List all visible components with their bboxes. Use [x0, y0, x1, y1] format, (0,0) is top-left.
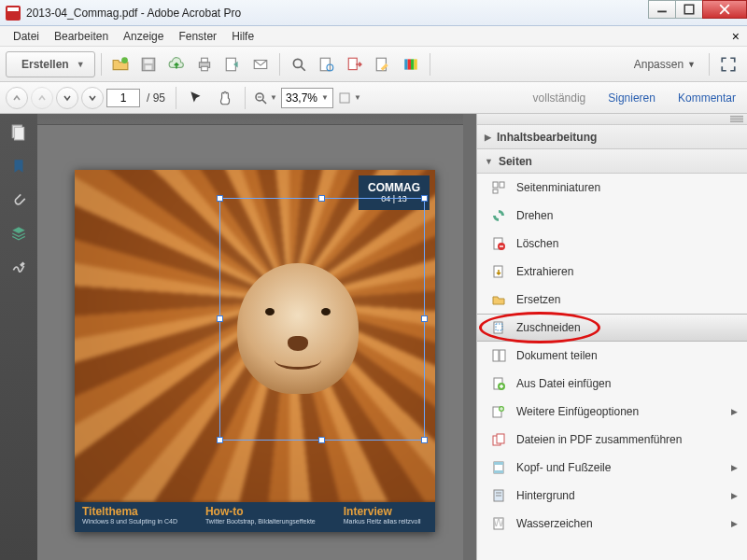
tool-label: Dateien in PDF zusammenführen	[516, 433, 682, 446]
export-button[interactable]	[342, 51, 368, 77]
minimize-button[interactable]	[648, 0, 676, 19]
menu-anzeige[interactable]: Anzeige	[116, 28, 171, 45]
zoom-value: 33,7%	[286, 91, 317, 105]
tool-icon	[490, 207, 507, 224]
pdf-icon	[6, 6, 21, 21]
window-title: 2013-04_Commag.pdf - Adobe Acrobat Pro	[26, 7, 649, 20]
pdf-page[interactable]: COMMAG 04 | 13 TitelthemaWindows 8 und S…	[75, 170, 435, 532]
svg-line-28	[262, 100, 266, 104]
page-total: / 95	[143, 91, 169, 105]
tool-label: Löschen	[516, 237, 558, 250]
print-button[interactable]	[191, 51, 218, 77]
chevron-right-icon: ▶	[485, 133, 491, 142]
email-button[interactable]	[247, 51, 274, 77]
customize-label: Anpassen	[634, 58, 684, 71]
attachments-icon[interactable]	[7, 189, 30, 211]
page-number-input[interactable]	[106, 89, 140, 107]
tool-label: Zuschneiden	[516, 321, 581, 334]
document-viewer[interactable]: COMMAG 04 | 13 TitelthemaWindows 8 und S…	[37, 114, 463, 560]
tool-icon	[490, 403, 507, 420]
main-toolbar: Erstellen ▼ Anpassen ▼	[0, 47, 747, 82]
bookmarks-icon[interactable]	[7, 155, 30, 177]
svg-rect-54	[494, 470, 503, 473]
thumbnails-icon[interactable]	[7, 121, 30, 144]
nav-toolbar: / 95 ▼ 33,7% ▼ ▼ vollständig Signieren K…	[0, 82, 747, 114]
hand-tool-button[interactable]	[212, 85, 238, 111]
doc-close-icon[interactable]: ×	[725, 29, 747, 44]
svg-rect-24	[407, 59, 410, 69]
tool-item[interactable]: Zuschneiden	[477, 314, 747, 342]
tool-item[interactable]: Ersetzen	[477, 286, 747, 314]
edit-button[interactable]	[370, 51, 396, 77]
tool-item[interactable]: Drehen	[477, 202, 747, 230]
page-up-button[interactable]	[6, 87, 28, 109]
svg-rect-14	[201, 66, 207, 71]
svg-point-17	[293, 59, 302, 67]
chevron-down-icon: ▼	[485, 157, 493, 166]
layers-icon[interactable]	[7, 222, 30, 245]
tool-item[interactable]: Hintergrund▶	[477, 482, 747, 510]
tool-item[interactable]: Weitere Einfügeoptionen▶	[477, 398, 747, 426]
zoom-select[interactable]: 33,7% ▼	[281, 88, 333, 108]
pane-resize-handle[interactable]	[37, 114, 463, 125]
menu-datei[interactable]: Datei	[6, 28, 47, 45]
tool-item[interactable]: Dokument teilen	[477, 342, 747, 370]
svg-rect-25	[411, 59, 414, 69]
share-button[interactable]	[219, 51, 246, 77]
section-label: Inhaltsbearbeitung	[497, 131, 597, 144]
save-button[interactable]	[135, 51, 162, 77]
svg-rect-53	[494, 462, 503, 465]
tool-label: Seitenminiaturen	[516, 181, 600, 194]
customize-button[interactable]: Anpassen ▼	[627, 54, 703, 75]
tool-icon: W	[490, 515, 507, 532]
link-kommentar[interactable]: Kommentar	[672, 88, 741, 108]
section-inhalt[interactable]: ▶ Inhaltsbearbeitung	[477, 125, 747, 149]
chevron-down-icon: ▼	[77, 60, 85, 69]
create-button[interactable]: Erstellen ▼	[6, 51, 95, 77]
tool-item[interactable]: WWasserzeichen▶	[477, 510, 747, 538]
title-bar: 2013-04_Commag.pdf - Adobe Acrobat Pro	[0, 0, 747, 26]
fullscreen-button[interactable]	[715, 51, 741, 77]
tool-item[interactable]: Löschen	[477, 230, 747, 258]
menu-bearbeiten[interactable]: Bearbeiten	[47, 28, 116, 45]
menu-hilfe[interactable]: Hilfe	[224, 28, 261, 45]
page-next-button[interactable]	[56, 87, 78, 109]
signatures-icon[interactable]	[7, 256, 30, 278]
tool-icon	[490, 487, 507, 504]
search-button[interactable]	[286, 51, 312, 77]
tool-item[interactable]: Aus Datei einfügen	[477, 370, 747, 398]
select-tool-button[interactable]	[183, 85, 209, 111]
open-button[interactable]	[107, 51, 134, 77]
tool-label: Wasserzeichen	[516, 517, 593, 530]
tool-icon	[490, 179, 507, 196]
chevron-down-icon: ▼	[687, 60, 696, 69]
maximize-button[interactable]	[675, 0, 703, 19]
ocr-button[interactable]	[314, 51, 340, 77]
svg-rect-33	[493, 182, 498, 188]
svg-rect-43	[500, 350, 505, 361]
tool-item[interactable]: Dateien in PDF zusammenführen	[477, 426, 747, 454]
svg-rect-51	[497, 434, 504, 443]
page-down-button[interactable]	[81, 87, 104, 109]
crop-selection[interactable]	[219, 198, 425, 441]
zoom-button[interactable]: ▼	[252, 85, 278, 111]
section-label: Seiten	[499, 155, 532, 168]
pane-options-icon[interactable]	[730, 116, 743, 123]
viewer-scrollbar[interactable]	[463, 114, 476, 560]
close-button[interactable]	[702, 0, 747, 19]
svg-rect-30	[340, 92, 349, 102]
page-prev-button[interactable]	[31, 87, 53, 109]
color-button[interactable]	[398, 51, 424, 77]
zoom-dropdown[interactable]: ▼	[336, 85, 362, 111]
menu-fenster[interactable]: Fenster	[171, 28, 224, 45]
link-signieren[interactable]: Signieren	[602, 88, 661, 108]
svg-rect-35	[493, 189, 498, 193]
section-seiten[interactable]: ▼ Seiten	[477, 149, 747, 174]
cloud-button[interactable]	[163, 51, 190, 77]
tool-item[interactable]: Extrahieren	[477, 258, 747, 286]
tool-icon	[490, 347, 507, 364]
tool-item[interactable]: Seitenminiaturen	[477, 174, 747, 202]
tool-item[interactable]: Kopf- und Fußzeile▶	[477, 454, 747, 482]
tool-label: Extrahieren	[516, 265, 573, 278]
link-vollstaendig[interactable]: vollständig	[528, 88, 592, 108]
